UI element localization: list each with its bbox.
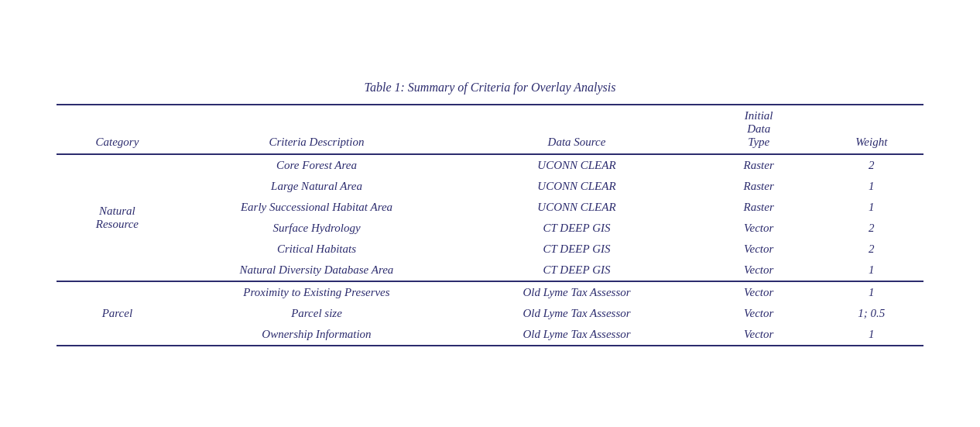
- weight-cell: 2: [820, 239, 923, 260]
- datatype-cell: Vector: [698, 303, 820, 324]
- table-row: ParcelProximity to Existing PreservesOld…: [57, 281, 923, 303]
- datasource-cell: Old Lyme Tax Assessor: [455, 324, 698, 346]
- criteria-cell: Proximity to Existing Preserves: [178, 281, 455, 303]
- table-container: Table 1: Summary of Criteria for Overlay…: [33, 65, 947, 362]
- criteria-cell: Critical Habitats: [178, 239, 455, 260]
- weight-cell: 1: [820, 260, 923, 281]
- datatype-cell: Vector: [698, 324, 820, 346]
- header-datatype: Initial Data Type: [698, 105, 820, 154]
- datatype-cell: Vector: [698, 281, 820, 303]
- header-weight: Weight: [820, 105, 923, 154]
- table-row: Large Natural AreaUCONN CLEARRaster1: [57, 176, 923, 197]
- datatype-cell: Raster: [698, 197, 820, 218]
- datatype-cell: Vector: [698, 218, 820, 239]
- datasource-cell: Old Lyme Tax Assessor: [455, 281, 698, 303]
- table-row: Natural Diversity Database AreaCT DEEP G…: [57, 260, 923, 281]
- header-category: Category: [57, 105, 178, 154]
- table-row: Early Successional Habitat AreaUCONN CLE…: [57, 197, 923, 218]
- weight-cell: 1: [820, 176, 923, 197]
- table-row: Surface HydrologyCT DEEP GISVector2: [57, 218, 923, 239]
- category-cell: NaturalResource: [57, 154, 178, 281]
- datasource-cell: CT DEEP GIS: [455, 218, 698, 239]
- table-row: Ownership InformationOld Lyme Tax Assess…: [57, 324, 923, 346]
- criteria-cell: Ownership Information: [178, 324, 455, 346]
- weight-cell: 1: [820, 281, 923, 303]
- criteria-cell: Early Successional Habitat Area: [178, 197, 455, 218]
- datatype-cell: Vector: [698, 239, 820, 260]
- datasource-cell: UCONN CLEAR: [455, 176, 698, 197]
- table-title: Table 1: Summary of Criteria for Overlay…: [57, 81, 923, 95]
- datatype-cell: Raster: [698, 154, 820, 176]
- datasource-cell: UCONN CLEAR: [455, 154, 698, 176]
- table-row: NaturalResourceCore Forest AreaUCONN CLE…: [57, 154, 923, 176]
- datasource-cell: CT DEEP GIS: [455, 239, 698, 260]
- table-row: Parcel sizeOld Lyme Tax AssessorVector1;…: [57, 303, 923, 324]
- weight-cell: 1: [820, 324, 923, 346]
- category-cell: Parcel: [57, 281, 178, 346]
- datasource-cell: UCONN CLEAR: [455, 197, 698, 218]
- header-criteria: Criteria Description: [178, 105, 455, 154]
- datatype-cell: Vector: [698, 260, 820, 281]
- table-row: Critical HabitatsCT DEEP GISVector2: [57, 239, 923, 260]
- weight-cell: 1; 0.5: [820, 303, 923, 324]
- datatype-cell: Raster: [698, 176, 820, 197]
- summary-table: Category Criteria Description Data Sourc…: [57, 104, 923, 346]
- weight-cell: 1: [820, 197, 923, 218]
- criteria-cell: Core Forest Area: [178, 154, 455, 176]
- weight-cell: 2: [820, 154, 923, 176]
- criteria-cell: Surface Hydrology: [178, 218, 455, 239]
- header-datasource: Data Source: [455, 105, 698, 154]
- datasource-cell: Old Lyme Tax Assessor: [455, 303, 698, 324]
- criteria-cell: Large Natural Area: [178, 176, 455, 197]
- datasource-cell: CT DEEP GIS: [455, 260, 698, 281]
- criteria-cell: Natural Diversity Database Area: [178, 260, 455, 281]
- criteria-cell: Parcel size: [178, 303, 455, 324]
- weight-cell: 2: [820, 218, 923, 239]
